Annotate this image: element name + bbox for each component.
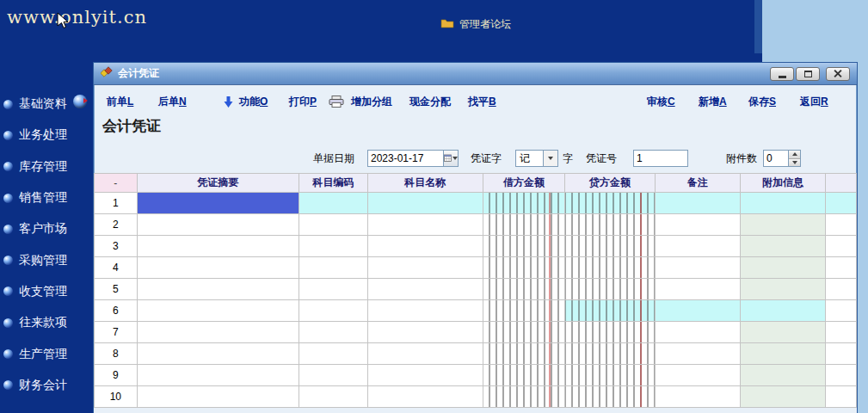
grid-cell[interactable]: [826, 322, 857, 343]
grid-cell[interactable]: [299, 300, 368, 322]
grid-cell[interactable]: [483, 193, 564, 214]
grid-cell[interactable]: [137, 343, 299, 365]
sidebar-item-inventory[interactable]: 库存管理: [0, 151, 93, 182]
grid-cell[interactable]: [483, 365, 564, 386]
grid-cell[interactable]: [483, 300, 564, 322]
grid-row-number[interactable]: 2: [95, 214, 138, 236]
grid-cell[interactable]: [565, 300, 655, 322]
grid-cell[interactable]: [299, 343, 368, 365]
grid-cell[interactable]: [826, 343, 857, 365]
grid-cell[interactable]: [483, 236, 564, 257]
grid-column-header[interactable]: 备注: [655, 174, 740, 193]
grid-cell[interactable]: [367, 365, 483, 386]
grid-cell[interactable]: [483, 322, 564, 343]
sidebar-item-financial-accounting[interactable]: 财务会计: [0, 370, 93, 401]
voucher-word-combobox[interactable]: 记: [515, 150, 558, 167]
grid-row-number[interactable]: 5: [95, 279, 138, 300]
grid-cell[interactable]: [565, 193, 655, 214]
grid-cell[interactable]: [655, 300, 740, 322]
grid-cell[interactable]: [565, 322, 655, 343]
grid-cell[interactable]: [826, 214, 857, 236]
grid-column-header[interactable]: 凭证摘要: [137, 174, 299, 193]
grid-cell[interactable]: [655, 214, 740, 236]
date-dropdown-button[interactable]: [443, 151, 458, 166]
minimize-button[interactable]: [770, 67, 794, 81]
grid-column-header[interactable]: 贷方金额: [565, 174, 655, 193]
grid-cell[interactable]: [367, 343, 483, 365]
grid-cell[interactable]: [367, 193, 483, 214]
sidebar-item-business[interactable]: 业务处理: [0, 120, 93, 151]
grid-cell[interactable]: [483, 214, 564, 236]
grid-cell[interactable]: [565, 279, 655, 300]
background-scrollbar-strip[interactable]: [754, 0, 762, 53]
grid-cell[interactable]: [826, 365, 857, 386]
grid-cell[interactable]: [565, 236, 655, 257]
grid-cell[interactable]: [137, 365, 299, 386]
sidebar-item-customer-market[interactable]: 客户市场: [0, 213, 93, 244]
grid-cell[interactable]: [565, 214, 655, 236]
toolbar-balance-button[interactable]: 找平B: [468, 92, 496, 111]
grid-row-number[interactable]: 1: [95, 193, 138, 214]
grid-cell[interactable]: [655, 365, 740, 386]
grid-cell[interactable]: [137, 214, 299, 236]
grid-cell[interactable]: [137, 257, 299, 279]
grid-cell[interactable]: [137, 236, 299, 257]
forum-link[interactable]: 管理者论坛: [440, 17, 511, 32]
attachments-input[interactable]: [764, 152, 788, 164]
grid-row-number[interactable]: 7: [95, 322, 138, 343]
grid-cell[interactable]: [137, 386, 299, 408]
grid-cell[interactable]: [740, 236, 825, 257]
grid-cell[interactable]: [655, 386, 740, 408]
grid-cell[interactable]: [483, 343, 564, 365]
grid-cell[interactable]: [299, 279, 368, 300]
grid-cell[interactable]: [826, 236, 857, 257]
grid-cell[interactable]: [137, 193, 299, 214]
date-field[interactable]: [367, 150, 459, 167]
grid-cell[interactable]: [367, 257, 483, 279]
toolbar-back-button[interactable]: 返回R: [800, 92, 828, 111]
grid-cell[interactable]: [565, 365, 655, 386]
grid-column-header[interactable]: 科目名称: [367, 174, 483, 193]
grid-cell[interactable]: [826, 193, 857, 214]
grid-cell[interactable]: [826, 386, 857, 408]
grid-cell[interactable]: [483, 257, 564, 279]
combo-dropdown-button[interactable]: [543, 151, 557, 166]
toolbar-prev-button[interactable]: 前单L: [107, 92, 133, 111]
grid-row-number[interactable]: 3: [95, 236, 138, 257]
close-button[interactable]: [826, 67, 850, 81]
grid-cell[interactable]: [483, 386, 564, 408]
grid-cell[interactable]: [740, 193, 825, 214]
grid-cell[interactable]: [655, 322, 740, 343]
grid-cell[interactable]: [826, 300, 857, 322]
grid-cell[interactable]: [137, 322, 299, 343]
grid-cell[interactable]: [655, 193, 740, 214]
toolbar-add-group-button[interactable]: 增加分组: [351, 92, 392, 111]
sidebar-item-production[interactable]: 生产管理: [0, 338, 93, 369]
grid-cell[interactable]: [740, 322, 825, 343]
toolbar-add-new-button[interactable]: 新增A: [699, 92, 727, 111]
grid-cell[interactable]: [826, 257, 857, 279]
grid-cell[interactable]: [655, 343, 740, 365]
toolbar-save-button[interactable]: 保存S: [748, 92, 776, 111]
sidebar-item-sales[interactable]: 销售管理: [0, 182, 93, 213]
grid-cell[interactable]: [299, 257, 368, 279]
grid-cell[interactable]: [367, 214, 483, 236]
grid-cell[interactable]: [655, 257, 740, 279]
sidebar-item-current-accounts[interactable]: 往来款项: [0, 307, 93, 338]
grid-cell[interactable]: [826, 279, 857, 300]
grid-corner-header[interactable]: -: [95, 174, 138, 193]
grid-cell[interactable]: [299, 214, 368, 236]
sidebar-item-income-expense[interactable]: 收支管理: [0, 276, 93, 307]
date-input[interactable]: [368, 152, 443, 164]
grid-cell[interactable]: [367, 279, 483, 300]
grid-cell[interactable]: [299, 365, 368, 386]
toolbar-functions-button[interactable]: 功能O: [239, 92, 268, 111]
grid-cell[interactable]: [740, 386, 825, 408]
spinner-up-button[interactable]: [789, 151, 800, 159]
grid-cell[interactable]: [137, 300, 299, 322]
window-titlebar[interactable]: 会计凭证: [94, 63, 857, 85]
grid-cell[interactable]: [367, 386, 483, 408]
grid-row-number[interactable]: 9: [95, 365, 138, 386]
grid-cell[interactable]: [740, 214, 825, 236]
grid-column-header[interactable]: 科目编码: [299, 174, 368, 193]
